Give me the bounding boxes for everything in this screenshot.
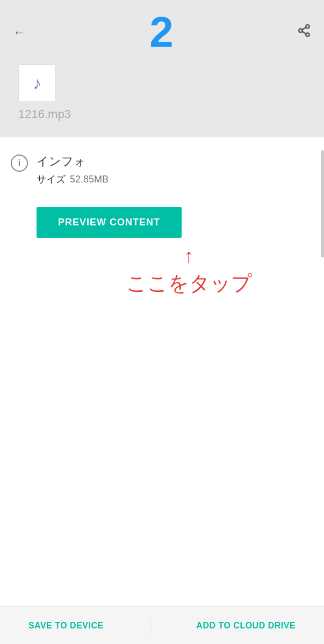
filename-label: 1216.mp3 xyxy=(18,107,71,121)
up-arrow-icon: ↑ xyxy=(184,246,194,266)
scrollbar[interactable] xyxy=(321,150,324,258)
tap-hint-container: ↑ ここをタップ xyxy=(64,246,313,297)
info-details: インフォ サイズ52.85MB xyxy=(37,153,109,186)
tap-hint-text: ここをタップ xyxy=(126,270,252,297)
file-icon: ♪ xyxy=(18,64,56,102)
bottom-bar: SAVE TO DEVICE ADD TO CLOUD DRIVE xyxy=(0,606,324,644)
page-number: 2 xyxy=(149,11,174,54)
size-label: サイズ xyxy=(37,174,66,185)
header-nav: ← 2 xyxy=(13,11,311,54)
add-to-cloud-button[interactable]: ADD TO CLOUD DRIVE xyxy=(185,616,306,636)
bottom-divider xyxy=(150,618,150,634)
save-to-device-button[interactable]: SAVE TO DEVICE xyxy=(18,616,114,636)
main-content: i インフォ サイズ52.85MB PREVIEW CONTENT ↑ ここをタ… xyxy=(0,137,324,313)
info-title: インフォ xyxy=(37,153,109,170)
info-section: i インフォ サイズ52.85MB xyxy=(11,153,313,186)
info-icon: i xyxy=(11,155,28,172)
header-section: ← 2 ♪ 1216.mp3 xyxy=(0,0,324,137)
back-button[interactable]: ← xyxy=(13,25,26,40)
info-size: サイズ52.85MB xyxy=(37,173,109,186)
share-button[interactable] xyxy=(297,24,311,41)
size-value: 52.85MB xyxy=(70,174,109,185)
music-note-icon: ♪ xyxy=(33,74,41,93)
svg-line-4 xyxy=(302,27,306,30)
svg-line-3 xyxy=(302,32,306,34)
preview-content-button[interactable]: PREVIEW CONTENT xyxy=(37,207,182,238)
